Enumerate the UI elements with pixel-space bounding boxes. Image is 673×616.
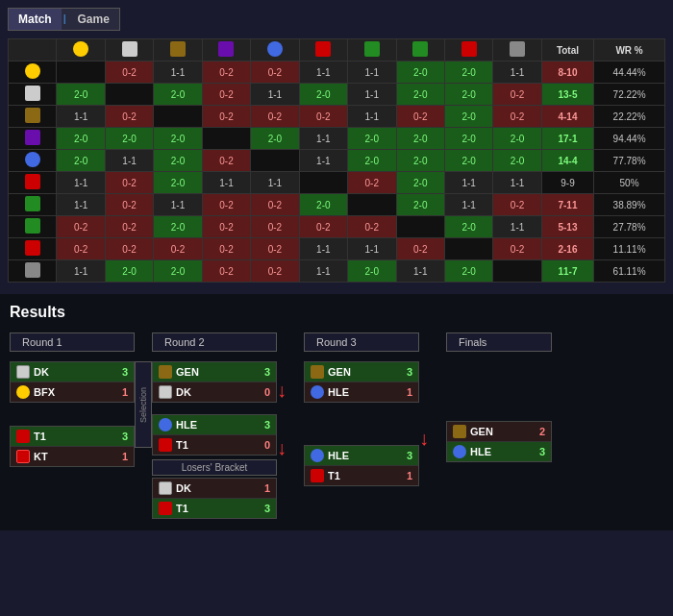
wr-1: 72.22% <box>594 84 665 106</box>
hle-icon-r2m2 <box>159 418 172 431</box>
cell-5-8: 1-1 <box>444 172 492 194</box>
cell-6-0: 1-1 <box>57 194 105 216</box>
cell-5-6: 0-2 <box>348 172 396 194</box>
cell-3-6: 2-0 <box>348 128 396 150</box>
top-section: Match | Game Total WR % 0-21-10-20-21 <box>0 0 673 290</box>
cell-1-5: 2-0 <box>299 84 347 106</box>
cell-3-7: 2-0 <box>396 128 444 150</box>
cell-6-7: 2-0 <box>396 194 444 216</box>
wr-9: 61.11% <box>594 260 665 283</box>
cell-5-5 <box>299 172 347 194</box>
finals-team2: HLE 3 <box>447 442 551 461</box>
cell-1-4: 1-1 <box>251 84 299 106</box>
cell-4-9: 2-0 <box>493 150 541 172</box>
cell-4-0: 2-0 <box>57 150 105 172</box>
r2-m2-team2: T1 0 <box>153 435 276 455</box>
cell-1-9: 0-2 <box>493 84 541 106</box>
cell-8-2: 0-2 <box>154 238 202 260</box>
cell-0-2: 1-1 <box>154 62 202 84</box>
cell-8-1: 0-2 <box>105 238 153 260</box>
header-t9 <box>444 39 492 62</box>
bfx-icon <box>16 385 30 399</box>
r2-m3-t2-name: T1 <box>176 503 255 514</box>
cell-5-4: 1-1 <box>251 172 299 194</box>
tab-game[interactable]: Game <box>68 9 119 30</box>
cell-8-4: 0-2 <box>251 238 299 260</box>
hle-icon-finals <box>453 445 466 458</box>
gen-icon-finals <box>453 425 466 438</box>
r2-m2-t1-score: 3 <box>259 419 270 431</box>
r1-m2-t2-name: KT <box>34 451 112 462</box>
cell-3-4: 2-0 <box>251 128 299 150</box>
t1-icon-r3m2 <box>311 469 324 482</box>
cell-7-4: 0-2 <box>251 216 299 238</box>
header-t6 <box>299 39 347 62</box>
arrow1-area: ↓ ↓ <box>277 333 304 457</box>
row-team-icon-2 <box>9 106 57 128</box>
r3-m2-t2-score: 1 <box>401 470 412 481</box>
cell-4-6: 2-0 <box>348 150 396 172</box>
r2-match1: GEN 3 DK 0 <box>152 361 277 403</box>
row-team-icon-4 <box>9 150 57 172</box>
cell-2-9: 0-2 <box>493 106 541 128</box>
cell-2-1: 0-2 <box>105 106 153 128</box>
cell-3-9: 2-0 <box>493 128 541 150</box>
r3-m2-team2: T1 1 <box>305 466 418 485</box>
hle-icon-r3 <box>311 385 324 399</box>
cell-4-5: 1-1 <box>299 150 347 172</box>
total-6: 7-11 <box>541 194 593 216</box>
r3-m1-t1-name: GEN <box>328 366 397 378</box>
cell-7-9: 1-1 <box>493 216 541 238</box>
r1-m2-t1-name: T1 <box>34 431 112 442</box>
cell-1-3: 0-2 <box>202 84 250 106</box>
cell-6-3: 0-2 <box>202 194 250 216</box>
cell-5-3: 1-1 <box>202 172 250 194</box>
cell-7-0: 0-2 <box>57 216 105 238</box>
r2-m1-t1-score: 3 <box>259 366 270 378</box>
row-team-icon-6 <box>9 194 57 216</box>
wr-8: 11.11% <box>594 238 665 260</box>
cell-0-4: 0-2 <box>251 62 299 84</box>
r3-m2-t1-name: HLE <box>328 450 397 461</box>
cell-8-6: 1-1 <box>348 238 396 260</box>
r2-m3-t1-score: 1 <box>259 482 270 494</box>
r3-m2-t1-score: 3 <box>401 450 412 461</box>
cell-9-8: 2-0 <box>444 260 492 283</box>
r1-m1-t1-score: 3 <box>116 366 128 378</box>
cell-0-6: 1-1 <box>348 62 396 84</box>
row-team-icon-3 <box>9 128 57 150</box>
row-team-icon-5 <box>9 172 57 194</box>
arrow3-area: ↓ <box>419 333 446 448</box>
cell-1-0: 2-0 <box>57 84 105 106</box>
finals-column: Finals GEN 2 HLE 3 <box>446 333 552 464</box>
finals-t2-score: 3 <box>534 446 545 457</box>
cell-0-7: 2-0 <box>396 62 444 84</box>
cell-9-6: 2-0 <box>348 260 396 283</box>
dk-icon-r2m1 <box>159 385 172 399</box>
cell-8-5: 1-1 <box>299 238 347 260</box>
cell-5-9: 1-1 <box>493 172 541 194</box>
r1-m2-team1: T1 3 <box>11 427 134 447</box>
cell-1-7: 2-0 <box>396 84 444 106</box>
round2-column: Round 2 GEN 3 DK 0 HLE 3 <box>152 333 277 521</box>
header-t7 <box>348 39 396 62</box>
hle-icon-r3m2 <box>311 449 324 462</box>
cell-0-9: 1-1 <box>493 62 541 84</box>
wr-0: 44.44% <box>594 62 665 84</box>
tab-match[interactable]: Match <box>9 9 62 30</box>
r1-m2-t2-score: 1 <box>116 451 128 462</box>
r2-m2-team1: HLE 3 <box>153 415 276 435</box>
cell-7-8: 2-0 <box>444 216 492 238</box>
header-t2 <box>105 39 153 62</box>
r3-m2-team1: HLE 3 <box>305 446 418 466</box>
r3-m1-t1-score: 3 <box>401 366 412 378</box>
r2-match3: DK 1 T1 3 <box>152 478 277 519</box>
round3-column: Round 3 GEN 3 HLE 1 HLE 3 <box>304 333 419 488</box>
wr-2: 22.22% <box>594 106 665 128</box>
tab-divider: | <box>62 9 68 30</box>
arrow2-down: ↓ <box>277 438 304 457</box>
cell-6-5: 2-0 <box>299 194 347 216</box>
cell-7-7 <box>396 216 444 238</box>
arrow1-down: ↓ <box>277 381 304 400</box>
r3-match1: GEN 3 HLE 1 <box>304 361 419 403</box>
